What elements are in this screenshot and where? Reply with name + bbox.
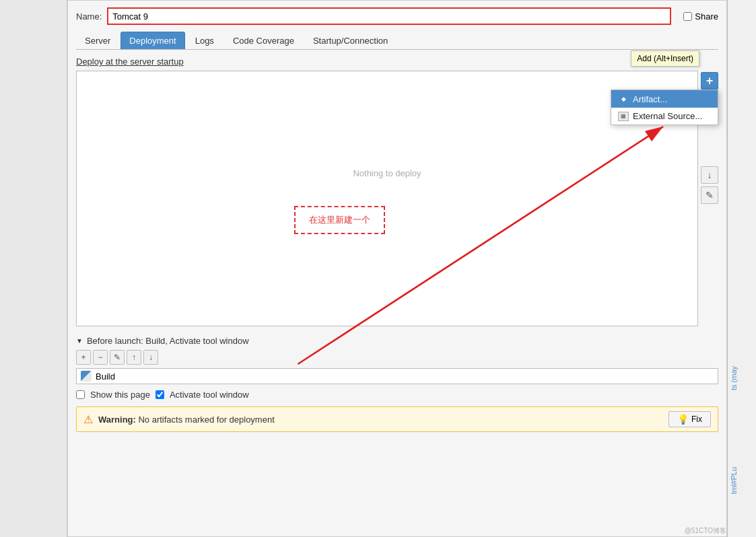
- edit-button[interactable]: ✎: [701, 186, 718, 204]
- main-panel: Name: Share Server Deployment Logs Code …: [67, 0, 727, 537]
- before-launch-toolbar: + − ✎ ↑ ↓: [76, 350, 718, 365]
- collapse-arrow-icon[interactable]: ▼: [76, 337, 83, 345]
- activate-tool-label: Activate tool window: [170, 390, 249, 400]
- add-button[interactable]: +: [701, 72, 718, 90]
- share-checkbox[interactable]: [683, 12, 692, 21]
- bl-edit-button[interactable]: ✎: [110, 350, 125, 365]
- watermark: @51CTO博客: [685, 526, 726, 536]
- before-launch-section: ▼ Before launch: Build, Activate tool wi…: [76, 336, 718, 400]
- before-launch-header: ▼ Before launch: Build, Activate tool wi…: [76, 336, 718, 346]
- warning-text: Warning: No artifacts marked for deploym…: [98, 415, 663, 425]
- warning-row: ⚠ Warning: No artifacts marked for deplo…: [76, 406, 718, 432]
- bl-remove-icon: −: [98, 353, 102, 362]
- left-sidebar: [0, 0, 67, 537]
- fix-icon: 💡: [677, 414, 689, 425]
- build-row: Build: [76, 368, 718, 384]
- bl-remove-button[interactable]: −: [93, 350, 108, 365]
- add-dropdown-menu: ◆ Artifact... ▦ External Source...: [611, 90, 718, 125]
- bl-down-button[interactable]: ↓: [143, 350, 158, 365]
- deploy-list: Nothing to deploy 在这里新建一个: [76, 71, 698, 326]
- right-strip: ts (may tml#PLu: [727, 0, 756, 537]
- tab-server[interactable]: Server: [76, 32, 119, 49]
- tab-deployment[interactable]: Deployment: [121, 32, 184, 49]
- ext-source-label: External Source...: [633, 111, 702, 121]
- name-row: Name: Share: [76, 7, 718, 25]
- deploy-panel: Nothing to deploy 在这里新建一个 Add (Alt+Inser…: [76, 71, 718, 326]
- warning-prefix: Warning:: [98, 415, 136, 425]
- bl-edit-icon: ✎: [114, 353, 121, 362]
- dashed-hint-box: 在这里新建一个: [294, 206, 385, 234]
- add-tooltip: Add (Alt+Insert): [631, 50, 699, 67]
- right-strip-text2: tml#PLu: [727, 464, 756, 497]
- dashed-hint-text: 在这里新建一个: [309, 215, 370, 225]
- external-source-menu-item[interactable]: ▦ External Source...: [611, 108, 718, 124]
- show-page-checkbox[interactable]: [76, 390, 85, 399]
- share-label: Share: [695, 11, 718, 22]
- deploy-side-buttons: Add (Alt+Insert) + ◆ Artifact... ▦ Exter…: [701, 71, 718, 326]
- name-label: Name:: [76, 11, 102, 22]
- artifact-label: Artifact...: [633, 94, 667, 104]
- name-input[interactable]: [107, 7, 671, 25]
- remove-icon: ↓: [708, 170, 712, 180]
- tab-logs[interactable]: Logs: [186, 32, 223, 49]
- tab-code-coverage[interactable]: Code Coverage: [224, 32, 303, 49]
- show-page-row: Show this page Activate tool window: [76, 390, 718, 400]
- share-row: Share: [683, 11, 718, 22]
- show-page-label: Show this page: [90, 390, 150, 400]
- tab-startup-connection[interactable]: Startup/Connection: [304, 32, 397, 49]
- edit-icon: ✎: [706, 190, 714, 201]
- artifact-menu-item[interactable]: ◆ Artifact...: [611, 90, 718, 108]
- bl-up-icon: ↑: [132, 353, 136, 362]
- bl-add-button[interactable]: +: [76, 350, 91, 365]
- artifact-icon: ◆: [618, 94, 629, 104]
- fix-button[interactable]: 💡 Fix: [668, 411, 711, 427]
- remove-button[interactable]: ↓: [701, 166, 718, 184]
- fix-label: Fix: [691, 415, 702, 424]
- warning-message: No artifacts marked for deployment: [138, 415, 274, 425]
- bl-up-button[interactable]: ↑: [127, 350, 141, 365]
- add-icon: +: [706, 74, 714, 88]
- warning-icon: ⚠: [83, 413, 93, 426]
- bl-down-icon: ↓: [149, 353, 153, 362]
- bl-add-icon: +: [81, 353, 85, 362]
- deploy-section-label: Deploy at the server startup: [76, 57, 718, 67]
- build-icon: [81, 371, 92, 382]
- nothing-to-deploy-label: Nothing to deploy: [353, 168, 421, 178]
- ext-source-icon: ▦: [618, 112, 629, 121]
- before-launch-label: Before launch: Build, Activate tool wind…: [87, 336, 249, 346]
- tabs-row: Server Deployment Logs Code Coverage Sta…: [76, 32, 718, 50]
- activate-tool-checkbox[interactable]: [156, 390, 164, 399]
- right-strip-text1: ts (may: [727, 363, 756, 393]
- build-label: Build: [96, 371, 115, 382]
